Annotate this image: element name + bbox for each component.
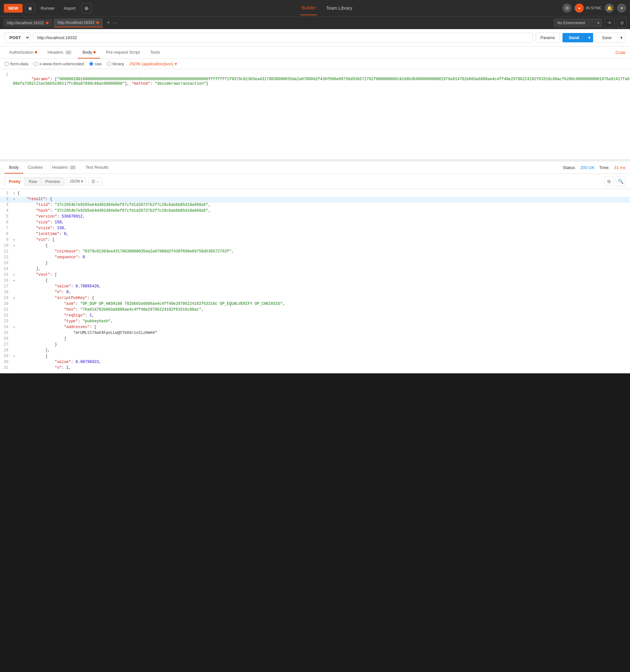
new-button[interactable]: NEW [4,4,23,13]
team-library-tab-button[interactable]: Team Library [325,1,353,15]
resp-tab-headers[interactable]: Headers (3) [48,162,81,173]
wrap-button[interactable]: ☰→ [89,177,102,186]
resp-line-content: { [18,354,630,358]
params-button[interactable]: Params [536,33,560,43]
new-tab-button[interactable]: ⊕ [81,3,92,13]
response-line-6: 6 "size": 150, [0,220,630,226]
response-line-25: 25 "mrUMLtC7XwV4FpoLLwQCYb84rzxCLzHmH4" [0,331,630,336]
more-tabs-button[interactable]: ··· [113,20,117,26]
tab-tests[interactable]: Tests [146,47,165,58]
resp-tab-body[interactable]: Body [4,162,23,173]
save-dropdown-button[interactable]: ▾ [618,33,626,43]
environment-gear-button[interactable]: ⚙ [617,18,627,28]
code-editor[interactable]: 1 "params": ["00000020010000000000000000… [0,69,630,160]
builder-tab-button[interactable]: Builder [300,1,317,15]
resp-tab-test-results[interactable]: Test Results [81,162,113,173]
tab-1[interactable]: http://localhost:18332 [3,19,52,27]
resp-line-arrow[interactable]: ▾ [13,325,18,330]
form-data-option[interactable]: form-data [4,62,28,66]
raw-radio[interactable] [89,62,93,66]
resp-line-number: 25 [0,331,13,335]
copy-button[interactable]: ⧉ [604,176,614,186]
sync-button[interactable]: ● IN SYNC [575,4,602,13]
layout-button[interactable]: ▣ [25,4,35,13]
resp-headers-label: Headers [52,165,68,170]
resp-line-content: "vsize": 150, [18,226,630,231]
import-button[interactable]: Import [60,4,79,12]
method-select[interactable]: POST [4,32,30,43]
tab-headers[interactable]: Headers (2) [43,47,77,58]
resp-line-content: "size": 150, [18,220,630,225]
binary-option[interactable]: binary [107,62,124,66]
save-button[interactable]: Save [596,33,618,43]
resp-line-content: { [18,278,630,283]
search-button[interactable]: 🔍 [616,176,626,186]
urlencoded-radio[interactable] [33,62,38,66]
environment-eye-button[interactable]: 👁 [605,18,614,28]
response-line-26: 26 ] [0,336,630,342]
resp-line-arrow[interactable]: ▾ [13,191,18,196]
resp-line-number: 5 [0,214,13,219]
resp-line-arrow[interactable]: ▾ [13,354,18,359]
resp-line-number: 29 [0,354,13,358]
json-type-button[interactable]: JSON (application/json) ▾ [129,62,177,66]
headers-badge: (2) [65,50,72,55]
line-content-1: "params": ["0000002001000000000000000000… [13,72,630,91]
raw-tab-button[interactable]: Raw [25,177,41,186]
runner-button[interactable]: Runner [37,4,58,12]
resp-line-number: 21 [0,307,13,312]
resp-line-content: "version": 536870912, [18,214,630,219]
resp-line-content: "value": 0.78895426, [18,284,630,289]
add-tab-button[interactable]: + [104,19,113,26]
resp-line-arrow[interactable]: ▾ [13,197,18,202]
response-line-8: 8 "locktime": 0, [0,232,630,238]
line-number-1: 1 [0,72,13,77]
resp-line-number: 6 [0,220,13,225]
tab-body[interactable]: Body [78,47,100,58]
resp-line-arrow[interactable]: ▾ [13,296,18,301]
environment-dropdown[interactable]: No Environment [554,19,602,27]
resp-line-arrow[interactable]: ▾ [13,272,18,277]
chevron-down-icon[interactable]: ▾ [617,4,626,13]
body-dot [93,51,96,53]
resp-line-number: 3 [0,203,13,207]
response-status-bar: Status: 200 OK Time: 31 ms [563,165,626,170]
tab-2[interactable]: http://localhost:18332 [54,19,103,27]
response-line-21: 21 "hex": "76a914782b603a6888ae4c4ff40e2… [0,307,630,313]
notification-icon[interactable]: 🔔 [605,4,614,13]
response-line-15: 15▾ "vout": [ [0,272,630,278]
urlencoded-option[interactable]: x-www-form-urlencoded [33,62,84,66]
resp-line-content: "txid": "37c2054b7e9265eb4d402d94e0ef67c… [18,203,630,207]
status-label: Status: [563,165,576,170]
resp-line-number: 16 [0,278,13,283]
response-line-13: 13 } [0,261,630,267]
resp-line-arrow[interactable]: ▾ [13,238,18,242]
raw-option[interactable]: raw [89,62,102,66]
pretty-tab-button[interactable]: Pretty [4,177,25,186]
headers-label: Headers [48,50,63,55]
response-line-9: 9▾ "vin": [ [0,238,630,243]
resp-line-number: 14 [0,267,13,271]
response-json-viewer: 1▾{2▾ "result": {3 "txid": "37c2054b7e92… [0,189,630,373]
resp-line-arrow[interactable]: ▾ [13,278,18,283]
resp-line-content: "value": 0.00796923, [18,360,630,364]
code-link[interactable]: Code [615,50,626,55]
response-line-1: 1▾{ [0,191,630,197]
resp-line-arrow[interactable]: ▾ [13,243,18,248]
url-input[interactable] [33,33,533,43]
form-data-radio[interactable] [4,62,9,66]
urlencoded-label: x-www-form-urlencoded [40,62,84,66]
binary-radio[interactable] [107,62,111,66]
send-dropdown-button[interactable]: ▾ [585,33,593,42]
body-label: Body [82,50,92,55]
resp-tab-cookies[interactable]: Cookies [23,162,48,173]
settings-icon[interactable]: ⚙ [562,4,572,13]
resp-line-content: "locktime": 0, [18,232,630,236]
resp-line-number: 15 [0,272,13,277]
send-button[interactable]: Send [562,33,586,42]
preview-tab-button[interactable]: Preview [41,177,64,186]
tab-authorization[interactable]: Authorization [4,47,42,58]
format-select[interactable]: JSON ▾ [67,177,86,185]
tab-prerequest[interactable]: Pre-request Script [101,47,145,58]
sync-dot: ● [575,4,584,13]
